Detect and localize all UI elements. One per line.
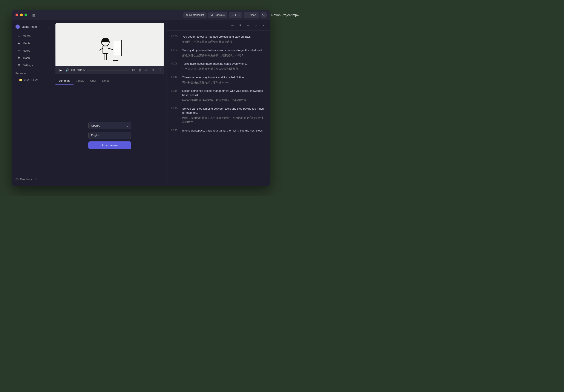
transcript-item-4: 00:16 Notion combines project management…	[167, 87, 270, 104]
screenshot-icon[interactable]: ⊡	[131, 68, 136, 72]
sidebar-toggle-button[interactable]: ▦	[31, 12, 37, 18]
scissors-icon[interactable]: ✂	[245, 22, 251, 28]
retranscript-button[interactable]: ↻ Re-transcript	[183, 12, 207, 18]
transcript-time: 00:25	[171, 128, 179, 134]
transcript-time: 00:16	[171, 89, 179, 102]
transcript-content: You bought a tool to manage projects and…	[182, 35, 266, 44]
close-button[interactable]	[15, 14, 18, 16]
export-button[interactable]: ↑ Export	[244, 12, 259, 18]
back-button[interactable]: ←	[265, 13, 269, 17]
progress-bar[interactable]	[87, 70, 129, 70]
workspace-name: Memo Team	[22, 25, 46, 28]
sidebar: Memo Team ⌄ ⌂ Memo ▶ Media ✏ Notes 🗑 Tra…	[12, 20, 53, 186]
provider-dropdown[interactable]: OpenAI ⌄	[88, 122, 131, 129]
transcript-content: So why do you need to buy even more tool…	[182, 48, 266, 57]
personal-section: Personal + 📁 2023-11-25	[12, 69, 53, 84]
notes-icon: ✏	[17, 49, 21, 52]
sidebar-item-memo-label: Memo	[23, 34, 30, 38]
transcript-item-6: 00:25 In one workspace, track your tasks…	[167, 126, 270, 136]
translate-icon: ⇄	[211, 14, 213, 16]
sidebar-item-media-label: Media	[23, 42, 30, 45]
folder-item[interactable]: 📁 2023-11-25	[15, 77, 49, 83]
sidebar-toggle-icon: ▦	[32, 13, 35, 17]
transcript-time: 00:00	[171, 35, 179, 44]
tab-summary[interactable]: Summary	[56, 77, 73, 85]
collapse-icon: ▷|	[262, 13, 265, 17]
sidebar-item-settings-label: Settings	[23, 64, 33, 67]
transcript-time: 00:20	[171, 107, 179, 124]
tts-play-icon: ▷	[232, 14, 234, 16]
home-icon: ⌂	[17, 34, 21, 38]
svg-rect-12	[114, 41, 121, 56]
ai-icon[interactable]: ◎	[138, 68, 142, 72]
traffic-lights	[15, 14, 27, 16]
folder-label: 2023-11-25	[24, 78, 39, 82]
transcript-zh: 因此，你可以停止在工具之间来回跳转，也可以停止为它们支付过高的费用。	[182, 116, 266, 124]
play-button[interactable]: ▶	[58, 68, 63, 73]
transcript-content: In one workspace, track your tasks, then…	[182, 128, 266, 134]
transcript-time: 00:12	[171, 75, 179, 84]
video-preview	[56, 23, 164, 66]
media-icon: ▶	[17, 42, 21, 45]
control-icons: ⊡ ◎ ⚙ ⊟ ⛶	[131, 68, 161, 72]
sidebar-item-notes-label: Notes	[23, 49, 30, 52]
menu-icon[interactable]: ≡	[260, 22, 267, 28]
workspace-selector[interactable]: Memo Team ⌄	[12, 23, 53, 30]
transcript-item-2: 00:08 Tasks here, specs there, meeting n…	[167, 59, 270, 73]
volume-button[interactable]: 🔊	[65, 68, 69, 72]
language-label: English	[91, 134, 100, 137]
transcript-zh: 那么为什么还需要购买更多的工具来完成工作呢？	[182, 53, 266, 57]
transcript-content: Notion combines project management with …	[182, 89, 266, 102]
transcript-en: So you can stop jumping between tools an…	[182, 107, 266, 115]
transcript-time: 00:08	[171, 62, 179, 71]
section-header: Personal +	[15, 71, 49, 75]
ai-summary-button[interactable]: AI summary	[88, 141, 131, 149]
center-panel: ▶ 🔊 0:00 / 01:06 ⊡ ◎ ⚙ ⊟ ⛶	[53, 20, 167, 186]
maximize-button[interactable]	[25, 14, 27, 16]
right-panel: ✏ ⚑ ✂ ⌕ ≡ 00:00 You bought a tool to man…	[167, 20, 270, 186]
search-icon[interactable]: ⌕	[253, 22, 259, 28]
sidebar-item-trash[interactable]: 🗑 Trash	[14, 54, 51, 61]
tab-chat[interactable]: Chat	[87, 77, 99, 85]
video-container: ▶ 🔊 0:00 / 01:06 ⊡ ◎ ⚙ ⊟ ⛶	[56, 23, 164, 74]
transcript-en: Tasks here, specs there, meeting notes e…	[182, 62, 266, 66]
add-folder-button[interactable]: +	[47, 71, 49, 75]
edit-icon[interactable]: ✏	[229, 22, 236, 28]
transcript-zh: 任务在这里，规格在那里，会议记录到处都是。	[182, 67, 266, 71]
fullscreen-icon[interactable]: ⛶	[157, 68, 161, 72]
gear-icon[interactable]: ⚙	[144, 68, 149, 72]
transcript-item-1: 00:04 So why do you need to buy even mor…	[167, 46, 270, 59]
heart-icon: ♡	[35, 178, 37, 181]
app-window: ▦ ← Notion Project.mp4 ↻ Re-transcript ⇄…	[12, 10, 270, 186]
transcript-toolbar: ✏ ⚑ ✂ ⌕ ≡	[167, 20, 270, 31]
video-controls: ▶ 🔊 0:00 / 01:06 ⊡ ◎ ⚙ ⊟ ⛶	[56, 66, 164, 74]
tab-notes[interactable]: Notes	[99, 77, 113, 85]
svg-rect-0	[56, 23, 164, 66]
time-display: 0:00 / 01:06	[71, 69, 85, 71]
transcript-list: 00:00 You bought a tool to manage projec…	[167, 31, 270, 186]
transcript-item-3: 00:12 There's a better way to work and i…	[167, 73, 270, 87]
sidebar-item-settings[interactable]: ⚙ Settings	[14, 62, 51, 69]
transcript-content: So you can stop jumping between tools an…	[182, 107, 266, 124]
sidebar-item-notes[interactable]: ✏ Notes	[14, 47, 51, 54]
caption-icon[interactable]: ⊟	[151, 68, 155, 72]
tab-article[interactable]: Article	[73, 77, 87, 85]
transcript-time: 00:04	[171, 48, 179, 57]
sidebar-item-memo[interactable]: ⌂ Memo	[14, 32, 51, 39]
sidebar-item-trash-label: Trash	[23, 56, 30, 59]
transcript-zh: 有一种更好的工作方式，它叫做Notion。	[182, 80, 266, 85]
provider-label: OpenAI	[91, 124, 101, 127]
sidebar-item-media[interactable]: ▶ Media	[14, 40, 51, 47]
minimize-button[interactable]	[20, 14, 23, 16]
transcript-item-0: 00:00 You bought a tool to manage projec…	[167, 32, 270, 46]
feedback-button[interactable]: ◯ Feedback	[15, 178, 32, 181]
title-bar-actions: ↻ Re-transcript ⇄ Translate ▷ TTS ↑ Expo…	[183, 12, 267, 18]
language-dropdown[interactable]: English ⌄	[88, 132, 131, 139]
tts-button[interactable]: ▷ TTS	[229, 12, 242, 18]
transcript-zh: Notion将项目管理与文档、知识库和人工智能相结合。	[182, 98, 266, 102]
transcript-content: Tasks here, specs there, meeting notes e…	[182, 62, 266, 71]
translate-button[interactable]: ⇄ Translate	[208, 12, 227, 18]
heart-button[interactable]: ♡	[35, 178, 37, 181]
bookmark-icon[interactable]: ⚑	[237, 22, 243, 28]
language-chevron-icon: ⌄	[126, 134, 128, 137]
